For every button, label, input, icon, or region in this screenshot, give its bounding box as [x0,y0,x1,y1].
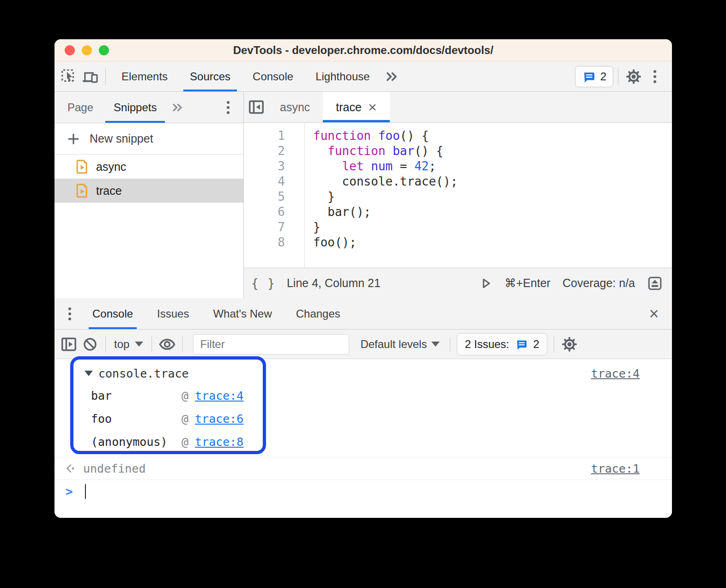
show-console-sidebar-icon[interactable] [58,333,79,355]
editor-tab-async[interactable]: async [267,92,323,122]
frame-source-link[interactable]: trace:8 [195,435,243,449]
code-content: function foo() { function bar() { let nu… [305,123,458,268]
code-token [371,129,378,143]
console-result-row: undefined trace:1 [54,457,672,480]
line-number: 7 [244,220,285,235]
live-expression-eye-icon[interactable] [157,333,178,355]
issues-count: 2 [600,70,606,83]
code-token: 42 [414,159,429,173]
drawer-tab-issues[interactable]: Issues [145,298,201,329]
snippet-file-icon [76,183,89,198]
snippet-file-icon [76,159,89,174]
close-tab-icon[interactable]: × [368,100,377,114]
console-settings-gear-icon[interactable] [559,333,580,355]
main-toolbar: ElementsSourcesConsoleLighthouse 2 [54,61,672,92]
drawer-tab-console[interactable]: Console [80,298,145,329]
snippet-item-trace[interactable]: trace [54,179,243,203]
close-drawer-icon[interactable]: × [643,303,665,325]
drawer-kebab-icon[interactable] [59,303,80,325]
window-title: DevTools - developer.chrome.com/docs/dev… [233,44,494,57]
code-token: ; [429,159,436,173]
console-prompt[interactable]: > [54,480,672,503]
tab-sources[interactable]: Sources [179,61,242,91]
device-toolbar-icon[interactable] [79,66,101,88]
code-token [386,144,393,158]
prompt-chevron-icon: > [66,485,73,498]
context-label: top [114,338,129,351]
frame-at-symbol: @ [182,412,188,426]
code-line: console.trace(); [313,174,458,189]
code-line: function foo() { [313,128,458,144]
tab-console[interactable]: Console [242,61,304,91]
close-window-button[interactable] [65,45,75,55]
navigator-tab-page[interactable]: Page [57,92,103,123]
snippet-file-name: async [96,160,126,174]
trace-source-link[interactable]: trace:4 [591,367,640,380]
code-token: () { [414,144,443,158]
code-token: bar(); [313,205,371,219]
issues-counter-button[interactable]: 2 [575,66,613,87]
result-value: undefined [83,462,145,475]
pretty-print-icon[interactable]: { } [251,276,276,290]
code-token: foo(); [313,235,357,249]
hide-navigator-icon[interactable] [246,96,267,118]
more-panels-icon[interactable] [381,66,402,88]
trace-group-label: console.trace [98,367,189,380]
code-token: } [313,220,321,234]
inspect-element-icon[interactable] [58,66,79,88]
code-line: let num = 42; [313,159,458,174]
run-shortcut-label: ⌘+Enter [505,276,551,290]
editor-tabs: asynctrace× [244,92,672,123]
cursor-position-label: Line 4, Column 21 [287,276,381,290]
drawer-tab-what-s-new[interactable]: What's New [201,298,284,329]
navigator-tab-snippets[interactable]: Snippets [103,92,167,123]
filter-input[interactable] [193,334,349,354]
minimize-window-button[interactable] [82,45,92,55]
snippet-file-list: asynctrace [54,155,243,203]
more-navigator-tabs-icon[interactable] [167,96,188,119]
zoom-window-button[interactable] [99,45,109,55]
drawer: ConsoleIssuesWhat's NewChanges × [54,298,672,518]
new-snippet-button[interactable]: New snippet [54,123,243,155]
settings-gear-icon[interactable] [623,66,644,88]
code-token: () { [400,129,429,143]
triangle-expanded-icon[interactable] [85,371,93,376]
panel-tabs: ElementsSourcesConsoleLighthouse [110,61,381,91]
line-number: 6 [244,204,285,220]
console-toolbar: top Default levels 2 Issues: [54,330,672,359]
new-snippet-label: New snippet [90,132,153,145]
clear-console-icon[interactable] [79,333,101,355]
snippet-item-async[interactable]: async [54,155,243,179]
tab-elements[interactable]: Elements [110,61,179,91]
titlebar: DevTools - developer.chrome.com/docs/dev… [54,39,672,61]
line-number: 2 [244,144,285,159]
frame-source-link[interactable]: trace:6 [195,412,243,426]
eject-drawer-icon[interactable] [647,272,663,294]
code-token: = [393,159,414,173]
log-levels-selector[interactable]: Default levels [355,338,445,351]
drawer-tabs: ConsoleIssuesWhat's NewChanges × [54,298,672,330]
issues-chat-icon [515,338,528,351]
issues-pill-label: 2 Issues: [465,338,509,351]
run-snippet-icon[interactable] [479,272,493,294]
result-source-link[interactable]: trace:1 [591,462,640,475]
text-cursor [85,484,86,499]
navigator-kebab-icon[interactable] [218,96,239,119]
frame-source-link[interactable]: trace:4 [195,389,243,402]
console-trace-group-header[interactable]: console.trace trace:4 [54,363,672,384]
line-number: 3 [244,159,285,174]
more-options-kebab-icon[interactable] [644,66,666,88]
code-token [313,159,342,173]
code-line: } [313,189,458,204]
frame-at-symbol: @ [182,435,188,449]
tab-lighthouse[interactable]: Lighthouse [304,61,381,91]
javascript-context-selector[interactable]: top [110,338,147,351]
editor-tab-trace[interactable]: trace× [323,92,389,122]
drawer-tab-changes[interactable]: Changes [284,298,352,329]
editor-pane: asynctrace× 12345678 function foo() { fu… [244,92,672,298]
code-line: foo(); [313,235,458,250]
code-editor[interactable]: 12345678 function foo() { function bar()… [244,123,672,268]
sources-panel: PageSnippets New snippet asynctrace [54,92,672,298]
issues-pill-button[interactable]: 2 Issues: 2 [457,333,547,355]
editor-tab-label: trace [336,101,362,114]
